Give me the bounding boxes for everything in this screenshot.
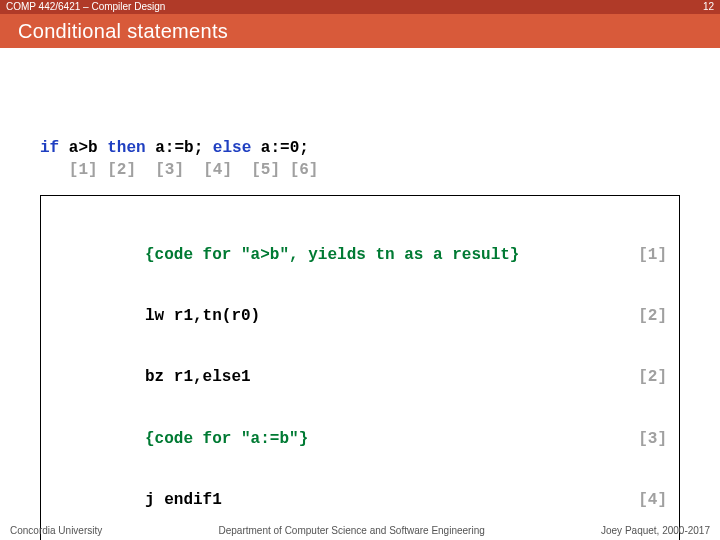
- slide-title: Conditional statements: [18, 20, 228, 43]
- kw-then: then: [107, 139, 155, 157]
- kw-if: if: [40, 139, 69, 157]
- source-indices: [1] [2] [3] [4] [5] [6]: [40, 160, 680, 181]
- code-ref: [2]: [627, 367, 667, 387]
- slide-title-bar: Conditional statements: [0, 14, 720, 48]
- generated-code-box: {code for "a>b", yields tn as a result} …: [40, 195, 680, 540]
- code-row: lw r1,tn(r0) [2]: [53, 306, 667, 326]
- footer: Concordia University Department of Compu…: [0, 525, 720, 536]
- code-line: {code for "a>b", yields tn as a result}: [145, 245, 627, 265]
- code-line: {code for "a:=b"}: [145, 429, 627, 449]
- code-label: [53, 306, 145, 326]
- course-label: COMP 442/6421 – Compiler Design: [6, 0, 165, 14]
- slide-content: if a>b then a:=b; else a:=0; [1] [2] [3]…: [0, 48, 720, 540]
- code-ref: [3]: [627, 429, 667, 449]
- top-bar: COMP 442/6421 – Compiler Design 12: [0, 0, 720, 14]
- code-line: j endif1: [145, 490, 627, 510]
- code-ref: [4]: [627, 490, 667, 510]
- stmt-then: a:=b;: [155, 139, 213, 157]
- code-row: {code for "a>b", yields tn as a result} …: [53, 245, 667, 265]
- code-line: lw r1,tn(r0): [145, 306, 627, 326]
- footer-right: Joey Paquet, 2000-2017: [601, 525, 710, 536]
- expr-cond: a>b: [69, 139, 107, 157]
- code-line: bz r1,else1: [145, 367, 627, 387]
- code-label: [53, 367, 145, 387]
- page-number: 12: [703, 0, 714, 14]
- footer-left: Concordia University: [10, 525, 102, 536]
- code-label: [53, 245, 145, 265]
- footer-center: Department of Computer Science and Softw…: [219, 525, 485, 536]
- code-row: {code for "a:=b"} [3]: [53, 429, 667, 449]
- code-label: [53, 490, 145, 510]
- source-statement: if a>b then a:=b; else a:=0;: [40, 138, 680, 159]
- code-label: [53, 429, 145, 449]
- code-row: j endif1 [4]: [53, 490, 667, 510]
- code-ref: [1]: [627, 245, 667, 265]
- code-ref: [2]: [627, 306, 667, 326]
- kw-else: else: [213, 139, 261, 157]
- code-row: bz r1,else1 [2]: [53, 367, 667, 387]
- stmt-else: a:=0;: [261, 139, 309, 157]
